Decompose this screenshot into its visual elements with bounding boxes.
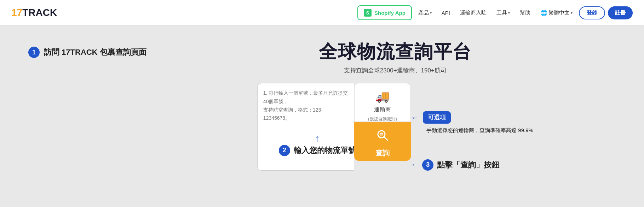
- chevron-down-icon: ▾: [430, 11, 432, 15]
- carrier-sublabel: （默認自動識別）: [366, 116, 399, 122]
- nav-carriers[interactable]: 運輸商入駐: [456, 7, 490, 18]
- register-button[interactable]: 註冊: [608, 6, 633, 19]
- step3-text: 點擊「查詢」按鈕: [437, 160, 499, 170]
- right-annotations: ← 可選項 手動選擇您的運輸商，查詢準確率高達 99.9% ← 3 點擊「查詢」…: [411, 83, 533, 171]
- right-panel: 🚚 運輸商 （默認自動識別）: [354, 83, 411, 161]
- navbar: 17 TRACK S Shopify App 產品 ▾ API 運輸商入駐 工具…: [0, 0, 644, 25]
- shopify-icon: S: [364, 9, 372, 17]
- left-arrow-icon-2: ←: [411, 160, 419, 170]
- logo-track: TRACK: [22, 7, 57, 18]
- nav-help[interactable]: 幫助: [516, 7, 534, 18]
- step3-annotation: ← 3 點擊「查詢」按鈕: [411, 159, 533, 171]
- query-button[interactable]: 查詢: [354, 122, 411, 161]
- nav-right: S Shopify App 產品 ▾ API 運輸商入駐 工具 ▾ 幫助 🌐 繁…: [357, 5, 633, 20]
- shopify-app-button[interactable]: S Shopify App: [357, 5, 412, 20]
- step2-label: 2 輸入您的物流單號: [279, 145, 354, 156]
- nav-api[interactable]: API: [438, 8, 454, 18]
- shopify-label: Shopify App: [374, 10, 406, 16]
- step1-label: 訪問 17TRACK 包裹查詢頁面: [44, 47, 146, 58]
- truck-icon: 🚚: [375, 90, 390, 103]
- step1-badge: 1: [28, 47, 40, 58]
- query-label: 查詢: [375, 148, 390, 158]
- nav-tools[interactable]: 工具 ▾: [493, 7, 513, 18]
- optional-bubble: 可選項: [423, 111, 451, 124]
- tracking-input-wrapper: ↑ 2 輸入您的物流單號: [257, 83, 354, 171]
- logo[interactable]: 17 TRACK: [11, 7, 57, 18]
- step3-badge: 3: [422, 159, 433, 171]
- globe-icon: 🌐: [540, 10, 547, 16]
- step1-annotation: 1 訪問 17TRACK 包裹查詢頁面: [28, 47, 146, 58]
- main-content: 1 訪問 17TRACK 包裹查詢頁面 全球物流查詢平台 支持查詢全球2300+…: [0, 25, 644, 207]
- step3-row: ← 3 點擊「查詢」按鈕: [411, 159, 533, 171]
- center-content: 全球物流查詢平台 支持查詢全球2300+運輸商、190+航司 ↑ 2 輸入您的物…: [175, 40, 616, 171]
- step2-text: 輸入您的物流單號: [294, 145, 354, 156]
- page-title: 全球物流查詢平台: [319, 40, 472, 64]
- step2-badge: 2: [279, 145, 290, 156]
- optional-annotation: ← 可選項 手動選擇您的運輸商，查詢準確率高達 99.9%: [411, 111, 533, 135]
- chevron-down-icon: ▾: [571, 11, 573, 15]
- up-arrow-icon: ↑: [315, 134, 320, 143]
- page-subtitle: 支持查詢全球2300+運輸商、190+航司: [344, 66, 447, 75]
- carrier-selector-button[interactable]: 🚚 運輸商 （默認自動識別）: [354, 83, 411, 122]
- chevron-down-icon: ▾: [508, 11, 510, 15]
- svg-line-1: [384, 137, 387, 140]
- step2-annotation: ↑ 2 輸入您的物流單號: [279, 134, 354, 156]
- search-icon: [375, 128, 390, 146]
- optional-text: 手動選擇您的運輸商，查詢準確率高達 99.9%: [426, 127, 533, 133]
- carrier-label: 運輸商: [374, 106, 391, 113]
- optional-row: ← 可選項: [411, 111, 533, 124]
- logo-17: 17: [11, 7, 22, 18]
- login-button[interactable]: 登錄: [579, 6, 605, 19]
- left-arrow-icon: ←: [411, 113, 419, 122]
- nav-language[interactable]: 🌐 繁體中文 ▾: [537, 7, 576, 18]
- tracking-area: ↑ 2 輸入您的物流單號 🚚 運輸商 （默認自動識別）: [257, 83, 533, 171]
- panel-with-annotations: 🚚 運輸商 （默認自動識別）: [354, 83, 533, 171]
- nav-products[interactable]: 產品 ▾: [415, 7, 435, 18]
